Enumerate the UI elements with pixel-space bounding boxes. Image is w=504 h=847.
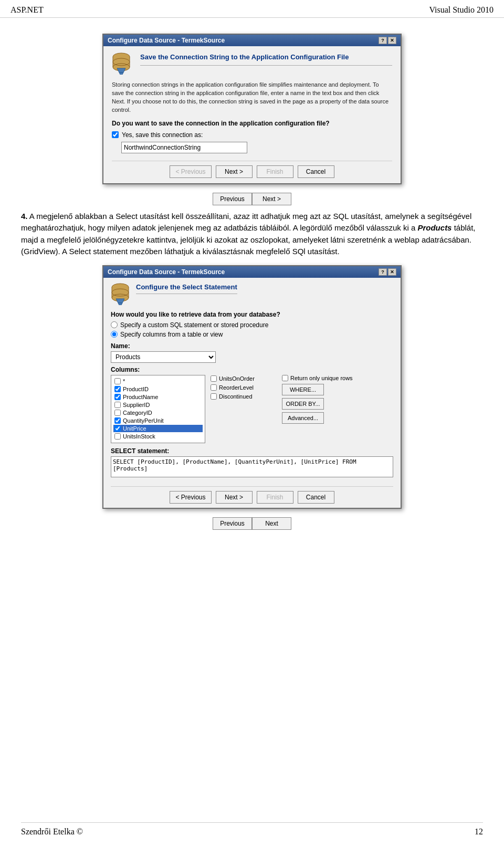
dialog1-input-field: [121, 142, 392, 153]
dialog1-checkbox-row: Yes, save this connection as:: [112, 131, 392, 139]
col-label-reorderlevel: ReorderLevel: [219, 384, 254, 391]
section4-products-label: Products: [417, 223, 452, 232]
col-checkbox-star[interactable]: [114, 378, 121, 384]
dialog2-radio1-label: Specify a custom SQL statement or stored…: [120, 321, 268, 329]
dialog1-section-title: Save the Connection String to the Applic…: [140, 53, 392, 66]
nav-top-previous-btn[interactable]: Previous: [213, 193, 252, 205]
dialog2-select-textarea[interactable]: [111, 456, 393, 477]
col-label-unitprice: UnitPrice: [123, 425, 146, 432]
section4-block: 4. A megjelenő ablakban a Select utasítá…: [21, 211, 483, 258]
dialog1-cancel-btn[interactable]: Cancel: [298, 165, 334, 178]
col-checkbox-quantityperunit[interactable]: [114, 417, 121, 424]
col-item-supplierid: SupplierID: [113, 401, 203, 409]
section4-number: 4.: [21, 212, 28, 221]
dialog2-close-btn[interactable]: ✕: [388, 268, 396, 276]
col-checkbox-categoryid[interactable]: [114, 410, 121, 416]
dialog2-radio1-row: Specify a custom SQL statement or stored…: [111, 321, 393, 329]
dialog1-checkbox[interactable]: [112, 131, 119, 138]
col-checkbox-unitsonorder[interactable]: [211, 375, 217, 382]
nav-bottom-previous-btn[interactable]: Previous: [213, 517, 252, 530]
dialog2-cancel-btn[interactable]: Cancel: [298, 491, 334, 504]
col-checkbox-unitsinstock[interactable]: [114, 433, 121, 440]
dialog2-name-dropdown[interactable]: Products: [111, 351, 216, 363]
where-btn[interactable]: WHERE...: [282, 384, 324, 395]
dialog1-previous-btn[interactable]: < Previous: [170, 165, 211, 178]
dialog1: Configure Data Source - TermekSource ? ✕: [102, 34, 402, 184]
header-left: ASP.NET: [10, 5, 44, 15]
svg-marker-7: [119, 72, 123, 75]
return-unique-label: Return only unique rows: [290, 375, 353, 381]
dialog2-columns-section: Columns: * ProductID: [111, 366, 393, 443]
col-label-quantityperunit: QuantityPerUnit: [123, 417, 164, 424]
dialog1-close-btn[interactable]: ✕: [388, 37, 396, 44]
dialog2-help-btn[interactable]: ?: [379, 268, 387, 276]
nav-top-next-btn[interactable]: Next >: [252, 193, 291, 205]
advanced-btn[interactable]: Advanced...: [282, 412, 324, 424]
page-header: ASP.NET Visual Studio 2010: [0, 0, 504, 18]
col-label-discontinued: Discontinued: [219, 393, 253, 400]
col-label-productid: ProductID: [123, 386, 149, 392]
col-mid-item-unitsonorder: UnitsOnOrder: [209, 375, 278, 382]
section4-text: 4. A megjelenő ablakban a Select utasítá…: [21, 211, 483, 258]
dialog2-name-label: Name:: [111, 342, 393, 350]
col-item-unitsinstock: UnitsInStock: [113, 433, 203, 440]
dialog2-radio2-row: Specify columns from a table or view: [111, 331, 393, 338]
dialog2-title: Configure Data Source - TermekSource: [108, 268, 225, 276]
nav-bottom-next-btn[interactable]: Next: [252, 517, 291, 530]
svg-marker-6: [117, 68, 125, 72]
dialog2-title-section: Configure the Select Statement: [111, 283, 393, 307]
col-checkbox-supplierid[interactable]: [114, 402, 121, 408]
dialog2-next-btn[interactable]: Next >: [216, 491, 253, 504]
col-label-productname: ProductName: [123, 394, 158, 400]
col-label-star: *: [123, 378, 125, 384]
col-checkbox-productid[interactable]: [114, 386, 121, 392]
col-checkbox-productname[interactable]: [114, 394, 121, 400]
dialog1-titlebar: Configure Data Source - TermekSource ? ✕: [103, 35, 401, 46]
orderby-btn[interactable]: ORDER BY...: [282, 398, 324, 410]
col-item-star: *: [113, 378, 203, 385]
dialog2-radio2-label: Specify columns from a table or view: [120, 331, 223, 338]
col-checkbox-reorderlevel[interactable]: [211, 384, 217, 391]
dialog1-finish-btn[interactable]: Finish: [257, 165, 293, 178]
section4-text-part1: A megjelenő ablakban a Select utasítást …: [21, 212, 471, 233]
dialog2-finish-btn[interactable]: Finish: [257, 491, 293, 504]
col-checkbox-discontinued[interactable]: [211, 393, 217, 400]
dialog1-connection-name-input[interactable]: [121, 142, 247, 153]
dialog2-question: How would you like to retrieve data from…: [111, 311, 393, 318]
nav-top: Previous Next >: [21, 193, 483, 205]
col-label-unitsonorder: UnitsOnOrder: [219, 375, 255, 382]
dialog2-radio1[interactable]: [111, 321, 118, 328]
dialog2-columns-label: Columns:: [111, 366, 393, 373]
col-mid-item-discontinued: Discontinued: [209, 393, 278, 400]
col-item-unitprice[interactable]: UnitPrice: [113, 425, 203, 432]
dialog2-previous-btn[interactable]: < Previous: [170, 491, 211, 504]
dialog1-checkbox-label: Yes, save this connection as:: [122, 131, 203, 139]
col-item-categoryid: CategoryID: [113, 409, 203, 416]
dialog1-next-btn[interactable]: Next >: [216, 165, 253, 178]
dialog1-db-icon: [112, 53, 133, 76]
col-item-productname: ProductName: [113, 393, 203, 401]
dialog2-titlebar-buttons: ? ✕: [379, 268, 396, 276]
dialog2-section-title: Configure the Select Statement: [136, 283, 237, 307]
dialog2-columns-middle: UnitsOnOrder ReorderLevel Discontinued: [209, 375, 278, 443]
dialog2-container: Configure Data Source - TermekSource ? ✕: [21, 265, 483, 509]
return-unique-checkbox[interactable]: [282, 375, 288, 381]
dialog2-columns-list: * ProductID ProductName: [111, 375, 205, 443]
col-item-quantityperunit: QuantityPerUnit: [113, 417, 203, 424]
dialog1-buttons: < Previous Next > Finish Cancel: [112, 161, 392, 178]
col-item-productid: ProductID: [113, 385, 203, 393]
dialog2-buttons: < Previous Next > Finish Cancel: [111, 486, 393, 504]
col-label-supplierid: SupplierID: [123, 402, 150, 408]
col-label-unitsinstock: UnitsInStock: [123, 433, 155, 440]
dialog1-help-btn[interactable]: ?: [379, 37, 387, 44]
svg-marker-15: [118, 303, 122, 305]
dialog2-select-label: SELECT statement:: [111, 447, 393, 455]
col-checkbox-unitprice[interactable]: [114, 425, 121, 432]
col-mid-item-reorderlevel: ReorderLevel: [209, 384, 278, 391]
nav-bottom: Previous Next: [21, 517, 483, 530]
dialog2: Configure Data Source - TermekSource ? ✕: [102, 265, 402, 509]
dialog2-radio2[interactable]: [111, 331, 118, 338]
return-unique-row: Return only unique rows: [282, 375, 353, 381]
dialog2-body: Configure the Select Statement How would…: [103, 278, 401, 508]
dialog2-columns-layout: * ProductID ProductName: [111, 375, 393, 443]
